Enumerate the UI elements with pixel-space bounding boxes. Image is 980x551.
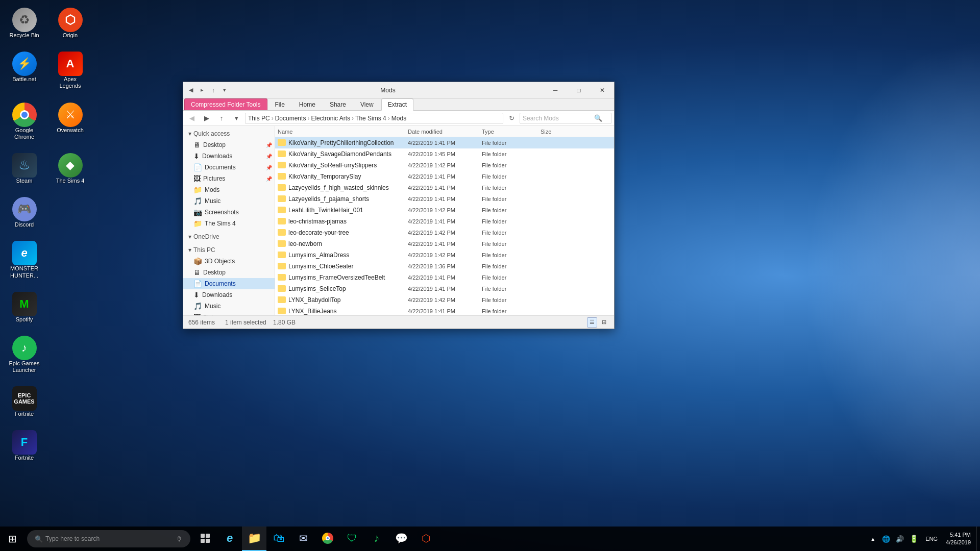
nav-item-desktop-pc[interactable]: 🖥 Desktop	[183, 267, 275, 278]
nav-item-3dobjects[interactable]: 📦 3D Objects	[183, 256, 275, 267]
desktop-icon-edge[interactable]: e MONSTER HUNTER...	[5, 238, 43, 281]
nav-item-sims4-qa[interactable]: 📁 The Sims 4	[183, 218, 275, 229]
path-documents[interactable]: Documents	[275, 115, 306, 122]
table-row[interactable]: Lazyeyelids_f_pajama_shorts 4/22/2019 1:…	[275, 193, 614, 205]
start-button[interactable]: ⊞	[0, 527, 24, 551]
tab-home[interactable]: Home	[292, 98, 322, 110]
nav-item-desktop-qa[interactable]: 🖥 Desktop 📌	[183, 139, 275, 151]
desktop-icon-epic[interactable]: EPICGAMES Fortnite	[5, 384, 43, 420]
battery-sys-icon[interactable]: 🔋	[908, 533, 920, 544]
nav-recent-button[interactable]: ▾	[230, 112, 242, 124]
nav-section-onedrive[interactable]: ▾ OneDrive	[183, 229, 275, 242]
desktop-icon-monster[interactable]: M Spotify	[5, 289, 43, 325]
nav-item-screenshots-qa[interactable]: 📷 Screenshots	[183, 207, 275, 218]
nav-forward-button[interactable]: ▶	[201, 112, 213, 124]
col-header-date[interactable]: Date modified	[408, 129, 482, 135]
taskbar-defender[interactable]: 🛡	[340, 527, 364, 551]
path-electronic-arts[interactable]: Electronic Arts	[311, 115, 350, 122]
col-header-name[interactable]: Name	[275, 129, 408, 135]
tab-compressed-folder-tools[interactable]: Compressed Folder Tools	[184, 98, 267, 110]
refresh-button[interactable]: ↻	[506, 113, 517, 124]
taskbar-search-input[interactable]	[45, 535, 163, 542]
quick-access-toolbar-back[interactable]: ◀	[186, 85, 196, 95]
col-header-type[interactable]: Type	[482, 129, 541, 135]
desktop-icon-spotify[interactable]: ♪ Epic Games Launcher	[5, 333, 43, 376]
table-row[interactable]: Lumysims_AlmaDress 4/22/2019 1:42 PM Fil…	[275, 249, 614, 261]
nav-item-music-pc[interactable]: 🎵 Music	[183, 300, 275, 312]
desktop-icon-steam[interactable]: ♨ Steam	[5, 151, 43, 187]
taskbar-chrome[interactable]	[315, 527, 340, 551]
close-button[interactable]: ✕	[591, 82, 614, 98]
address-path[interactable]: This PC › Documents › Electronic Arts › …	[245, 113, 503, 124]
table-row[interactable]: leo-decorate-your-tree 4/22/2019 1:42 PM…	[275, 227, 614, 238]
search-box[interactable]: 🔍	[520, 113, 611, 124]
path-the-sims-4[interactable]: The Sims 4	[355, 115, 386, 122]
table-row[interactable]: Lumysims_FrameOversizedTeeBelt 4/22/2019…	[275, 272, 614, 283]
table-row[interactable]: KikoVanity_PrettyChillerthingCollection …	[275, 137, 614, 148]
table-row[interactable]: LYNX_BillieJeans 4/22/2019 1:41 PM File …	[275, 306, 614, 315]
network-sys-icon[interactable]: 🌐	[880, 534, 892, 544]
language-button[interactable]: ENG	[922, 534, 941, 543]
desktop-icon-apex[interactable]: A Apex Legends	[51, 49, 89, 92]
taskbar-mail[interactable]: ✉	[291, 527, 315, 551]
table-row[interactable]: Lumysims_ChloeSeater 4/22/2019 1:36 PM F…	[275, 261, 614, 272]
taskbar-origin[interactable]: ⬡	[413, 527, 438, 551]
nav-back-button[interactable]: ◀	[186, 112, 198, 124]
table-row[interactable]: Lazyeyelids_f_high_wasted_skinnies 4/22/…	[275, 182, 614, 193]
quick-access-toolbar-forward[interactable]: ▸	[197, 85, 207, 95]
taskbar-task-view[interactable]	[193, 527, 217, 551]
details-view-button[interactable]: ☰	[587, 317, 597, 328]
nav-item-downloads-qa[interactable]: ⬇ Downloads 📌	[183, 151, 275, 162]
system-tray-expand[interactable]: ▲	[868, 534, 878, 544]
table-row[interactable]: Lumysims_SeliceTop 4/22/2019 1:41 PM Fil…	[275, 283, 614, 294]
desktop-icon-origin[interactable]: ⬡ Origin	[51, 5, 89, 41]
taskbar-store[interactable]: 🛍	[266, 527, 291, 551]
show-desktop-button[interactable]	[976, 527, 980, 551]
tab-share[interactable]: Share	[323, 98, 353, 110]
taskbar-edge[interactable]: e	[217, 527, 242, 551]
nav-item-downloads-pc[interactable]: ⬇ Downloads	[183, 289, 275, 300]
col-header-size[interactable]: Size	[541, 129, 581, 135]
volume-sys-icon[interactable]: 🔊	[894, 534, 905, 544]
desktop-icon-recycle-bin[interactable]: ♻ Recycle Bin	[5, 5, 43, 41]
tab-file[interactable]: File	[268, 98, 291, 110]
taskbar-file-explorer[interactable]: 📁	[242, 527, 266, 551]
nav-item-documents-pc[interactable]: 📄 Documents	[183, 278, 275, 289]
taskbar-spotify[interactable]: ♪	[364, 527, 389, 551]
table-row[interactable]: KikoVanity_SoRealFurrySlippers 4/22/2019…	[275, 160, 614, 171]
nav-item-documents-qa[interactable]: 📄 Documents 📌	[183, 162, 275, 173]
nav-item-pictures-qa[interactable]: 🖼 Pictures 📌	[183, 173, 275, 184]
quick-access-toolbar-up[interactable]: ↑	[208, 85, 218, 95]
table-row[interactable]: KikoVanity_TemporarySlay 4/22/2019 1:41 …	[275, 171, 614, 182]
table-row[interactable]: LeahLilith_TwinkleHair_001 4/22/2019 1:4…	[275, 205, 614, 216]
desktop-icon-sims4[interactable]: ◆ The Sims 4	[51, 151, 89, 187]
taskbar-discord[interactable]: 💬	[389, 527, 413, 551]
taskbar-clock[interactable]: 5:41 PM 4/26/2019	[941, 531, 976, 547]
desktop-icon-discord[interactable]: 🎮 Discord	[5, 194, 43, 231]
nav-up-button[interactable]: ↑	[215, 112, 228, 124]
table-row[interactable]: LYNX_BabydollTop 4/22/2019 1:42 PM File …	[275, 294, 614, 306]
tab-extract[interactable]: Extract	[381, 98, 413, 111]
table-row[interactable]: KikoVanity_SavageDiamondPendants 4/22/20…	[275, 148, 614, 160]
tab-view[interactable]: View	[354, 98, 380, 110]
nav-section-this-pc[interactable]: ▾ This PC	[183, 242, 275, 256]
path-mods[interactable]: Mods	[391, 115, 406, 122]
nav-item-music-qa[interactable]: 🎵 Music	[183, 195, 275, 207]
table-row[interactable]: leo-christmas-pjamas 4/22/2019 1:41 PM F…	[275, 216, 614, 227]
maximize-button[interactable]: □	[567, 82, 591, 98]
nav-item-mods-qa[interactable]: 📁 Mods	[183, 184, 275, 195]
desktop-icon-battlenet[interactable]: ⚡ Battle.net	[5, 49, 43, 92]
quick-access-toolbar-dropdown[interactable]: ▾	[219, 85, 230, 95]
search-input[interactable]	[523, 115, 594, 122]
taskbar-search[interactable]: 🔍 🎙	[27, 530, 190, 547]
table-row[interactable]: leo-newborn 4/22/2019 1:41 PM File folde…	[275, 238, 614, 249]
nav-section-quick-access[interactable]: ▾ Quick access	[183, 126, 275, 139]
desktop-icon-overwatch[interactable]: ⚔ Overwatch	[51, 100, 89, 143]
minimize-button[interactable]: ─	[544, 82, 567, 98]
file-list[interactable]: Name Date modified Type Size KikoVanity_…	[275, 126, 614, 315]
nav-item-pictures-pc[interactable]: 🖼 Pictures	[183, 312, 275, 315]
desktop-icon-chrome[interactable]: Google Chrome	[5, 100, 43, 143]
large-icon-view-button[interactable]: ⊞	[599, 317, 609, 328]
path-this-pc[interactable]: This PC	[248, 115, 270, 122]
desktop-icon-fortnite[interactable]: F Fortnite	[5, 428, 43, 464]
